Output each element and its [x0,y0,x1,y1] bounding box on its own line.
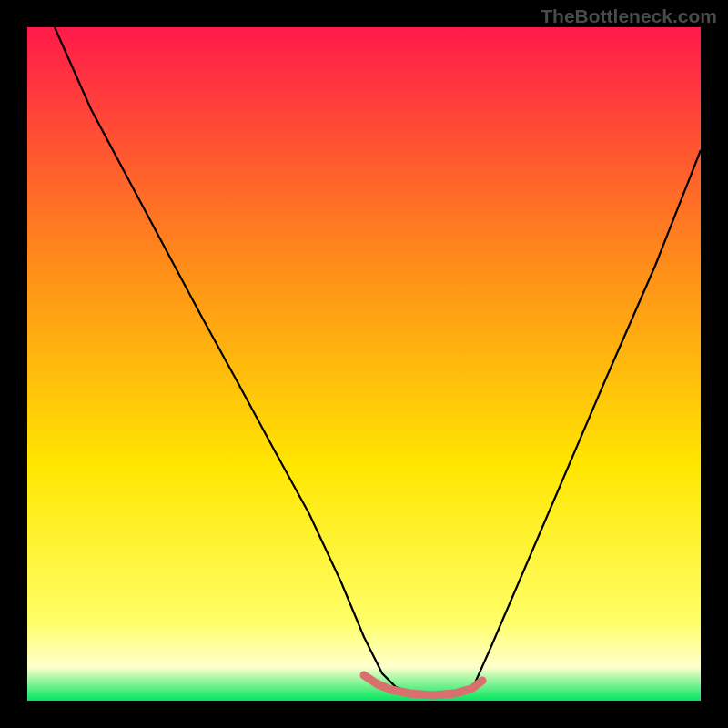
plot-area [27,27,701,701]
watermark-text: TheBottleneck.com [541,5,717,27]
chart-svg [0,0,728,728]
bottleneck-chart [0,0,728,728]
